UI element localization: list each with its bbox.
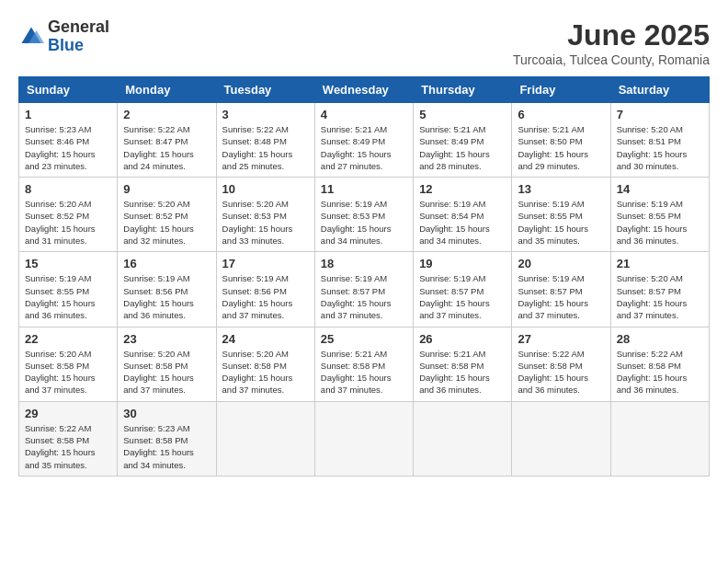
calendar-cell: 3Sunrise: 5:22 AM Sunset: 8:48 PM Daylig… — [216, 103, 314, 178]
day-info: Sunrise: 5:19 AM Sunset: 8:57 PM Dayligh… — [518, 272, 604, 321]
day-info: Sunrise: 5:21 AM Sunset: 8:49 PM Dayligh… — [321, 123, 407, 172]
day-info: Sunrise: 5:19 AM Sunset: 8:54 PM Dayligh… — [419, 198, 506, 247]
calendar-table: Sunday Monday Tuesday Wednesday Thursday… — [18, 76, 710, 477]
day-info: Sunrise: 5:20 AM Sunset: 8:52 PM Dayligh… — [25, 198, 111, 247]
calendar-cell: 27Sunrise: 5:22 AM Sunset: 8:58 PM Dayli… — [512, 327, 610, 401]
day-info: Sunrise: 5:20 AM Sunset: 8:53 PM Dayligh… — [222, 198, 309, 247]
calendar-cell: 21Sunrise: 5:20 AM Sunset: 8:57 PM Dayli… — [610, 252, 709, 327]
calendar-cell: 4Sunrise: 5:21 AM Sunset: 8:49 PM Daylig… — [314, 103, 413, 178]
day-info: Sunrise: 5:21 AM Sunset: 8:58 PM Dayligh… — [321, 348, 407, 396]
calendar-cell: 10Sunrise: 5:20 AM Sunset: 8:53 PM Dayli… — [216, 178, 314, 252]
logo-icon — [18, 24, 44, 50]
day-number: 14 — [617, 182, 703, 196]
logo-text: General Blue — [48, 18, 109, 55]
day-info: Sunrise: 5:19 AM Sunset: 8:55 PM Dayligh… — [518, 198, 604, 247]
day-info: Sunrise: 5:19 AM Sunset: 8:55 PM Dayligh… — [617, 198, 703, 247]
day-number: 23 — [123, 332, 210, 346]
calendar-cell: 18Sunrise: 5:19 AM Sunset: 8:57 PM Dayli… — [314, 252, 413, 327]
header: General Blue June 2025 Turcoaia, Tulcea … — [18, 18, 710, 67]
col-monday: Monday — [118, 77, 216, 103]
calendar-cell: 23Sunrise: 5:20 AM Sunset: 8:58 PM Dayli… — [118, 327, 216, 401]
calendar-week-row: 1Sunrise: 5:23 AM Sunset: 8:46 PM Daylig… — [19, 103, 710, 178]
day-number: 2 — [123, 108, 210, 121]
day-number: 21 — [617, 257, 703, 270]
calendar-cell: 1Sunrise: 5:23 AM Sunset: 8:46 PM Daylig… — [19, 103, 118, 178]
day-number: 19 — [419, 257, 506, 270]
day-info: Sunrise: 5:21 AM Sunset: 8:49 PM Dayligh… — [419, 123, 506, 172]
month-title: June 2025 — [513, 18, 710, 52]
day-number: 7 — [617, 108, 703, 121]
day-number: 5 — [419, 108, 506, 121]
day-info: Sunrise: 5:21 AM Sunset: 8:58 PM Dayligh… — [419, 348, 506, 396]
day-info: Sunrise: 5:21 AM Sunset: 8:50 PM Dayligh… — [518, 123, 604, 172]
day-number: 10 — [222, 182, 309, 196]
col-wednesday: Wednesday — [314, 77, 413, 103]
day-number: 11 — [321, 182, 407, 196]
day-number: 27 — [518, 332, 604, 346]
logo-blue: Blue — [48, 37, 109, 55]
day-info: Sunrise: 5:20 AM Sunset: 8:57 PM Dayligh… — [617, 272, 703, 321]
calendar-cell — [314, 401, 413, 476]
day-info: Sunrise: 5:22 AM Sunset: 8:48 PM Dayligh… — [222, 123, 309, 172]
day-info: Sunrise: 5:19 AM Sunset: 8:57 PM Dayligh… — [321, 272, 407, 321]
day-number: 1 — [25, 108, 111, 121]
header-row: Sunday Monday Tuesday Wednesday Thursday… — [19, 77, 710, 103]
day-number: 25 — [321, 332, 407, 346]
day-info: Sunrise: 5:22 AM Sunset: 8:58 PM Dayligh… — [518, 348, 604, 396]
day-info: Sunrise: 5:23 AM Sunset: 8:46 PM Dayligh… — [25, 123, 111, 172]
calendar-cell — [216, 401, 314, 476]
calendar-cell: 17Sunrise: 5:19 AM Sunset: 8:56 PM Dayli… — [216, 252, 314, 327]
calendar-cell — [414, 401, 512, 476]
calendar-cell: 26Sunrise: 5:21 AM Sunset: 8:58 PM Dayli… — [414, 327, 512, 401]
calendar-cell: 19Sunrise: 5:19 AM Sunset: 8:57 PM Dayli… — [414, 252, 512, 327]
day-info: Sunrise: 5:20 AM Sunset: 8:58 PM Dayligh… — [25, 348, 111, 396]
location: Turcoaia, Tulcea County, Romania — [513, 52, 710, 67]
day-info: Sunrise: 5:20 AM Sunset: 8:58 PM Dayligh… — [222, 348, 309, 396]
day-number: 28 — [617, 332, 703, 346]
day-number: 20 — [518, 257, 604, 270]
col-tuesday: Tuesday — [216, 77, 314, 103]
day-number: 30 — [123, 407, 210, 420]
calendar-week-row: 22Sunrise: 5:20 AM Sunset: 8:58 PM Dayli… — [19, 327, 710, 401]
calendar-header: Sunday Monday Tuesday Wednesday Thursday… — [19, 77, 710, 103]
calendar-cell: 7Sunrise: 5:20 AM Sunset: 8:51 PM Daylig… — [610, 103, 709, 178]
col-sunday: Sunday — [19, 77, 118, 103]
col-saturday: Saturday — [610, 77, 709, 103]
day-number: 13 — [518, 182, 604, 196]
calendar-cell: 2Sunrise: 5:22 AM Sunset: 8:47 PM Daylig… — [118, 103, 216, 178]
day-info: Sunrise: 5:20 AM Sunset: 8:52 PM Dayligh… — [123, 198, 210, 247]
day-info: Sunrise: 5:22 AM Sunset: 8:58 PM Dayligh… — [25, 422, 111, 471]
calendar-week-row: 29Sunrise: 5:22 AM Sunset: 8:58 PM Dayli… — [19, 401, 710, 476]
day-number: 26 — [419, 332, 506, 346]
calendar-cell: 9Sunrise: 5:20 AM Sunset: 8:52 PM Daylig… — [118, 178, 216, 252]
day-info: Sunrise: 5:22 AM Sunset: 8:58 PM Dayligh… — [617, 348, 703, 396]
day-number: 18 — [321, 257, 407, 270]
col-friday: Friday — [512, 77, 610, 103]
day-info: Sunrise: 5:20 AM Sunset: 8:58 PM Dayligh… — [123, 348, 210, 396]
calendar-cell: 14Sunrise: 5:19 AM Sunset: 8:55 PM Dayli… — [610, 178, 709, 252]
calendar-body: 1Sunrise: 5:23 AM Sunset: 8:46 PM Daylig… — [19, 103, 710, 477]
day-number: 24 — [222, 332, 309, 346]
title-area: June 2025 Turcoaia, Tulcea County, Roman… — [513, 18, 710, 67]
calendar-cell: 20Sunrise: 5:19 AM Sunset: 8:57 PM Dayli… — [512, 252, 610, 327]
calendar-cell — [512, 401, 610, 476]
day-number: 3 — [222, 108, 309, 121]
calendar-cell: 12Sunrise: 5:19 AM Sunset: 8:54 PM Dayli… — [414, 178, 512, 252]
calendar-week-row: 15Sunrise: 5:19 AM Sunset: 8:55 PM Dayli… — [19, 252, 710, 327]
day-number: 9 — [123, 182, 210, 196]
calendar-cell: 8Sunrise: 5:20 AM Sunset: 8:52 PM Daylig… — [19, 178, 118, 252]
logo: General Blue — [18, 18, 109, 55]
calendar-cell: 30Sunrise: 5:23 AM Sunset: 8:58 PM Dayli… — [118, 401, 216, 476]
day-number: 4 — [321, 108, 407, 121]
calendar-cell: 28Sunrise: 5:22 AM Sunset: 8:58 PM Dayli… — [610, 327, 709, 401]
calendar-cell: 16Sunrise: 5:19 AM Sunset: 8:56 PM Dayli… — [118, 252, 216, 327]
day-number: 6 — [518, 108, 604, 121]
calendar-cell: 25Sunrise: 5:21 AM Sunset: 8:58 PM Dayli… — [314, 327, 413, 401]
day-info: Sunrise: 5:23 AM Sunset: 8:58 PM Dayligh… — [123, 422, 210, 471]
day-info: Sunrise: 5:19 AM Sunset: 8:56 PM Dayligh… — [123, 272, 210, 321]
calendar-cell: 15Sunrise: 5:19 AM Sunset: 8:55 PM Dayli… — [19, 252, 118, 327]
day-info: Sunrise: 5:22 AM Sunset: 8:47 PM Dayligh… — [123, 123, 210, 172]
page-wrapper: General Blue June 2025 Turcoaia, Tulcea … — [18, 18, 710, 477]
day-number: 8 — [25, 182, 111, 196]
calendar-cell: 13Sunrise: 5:19 AM Sunset: 8:55 PM Dayli… — [512, 178, 610, 252]
